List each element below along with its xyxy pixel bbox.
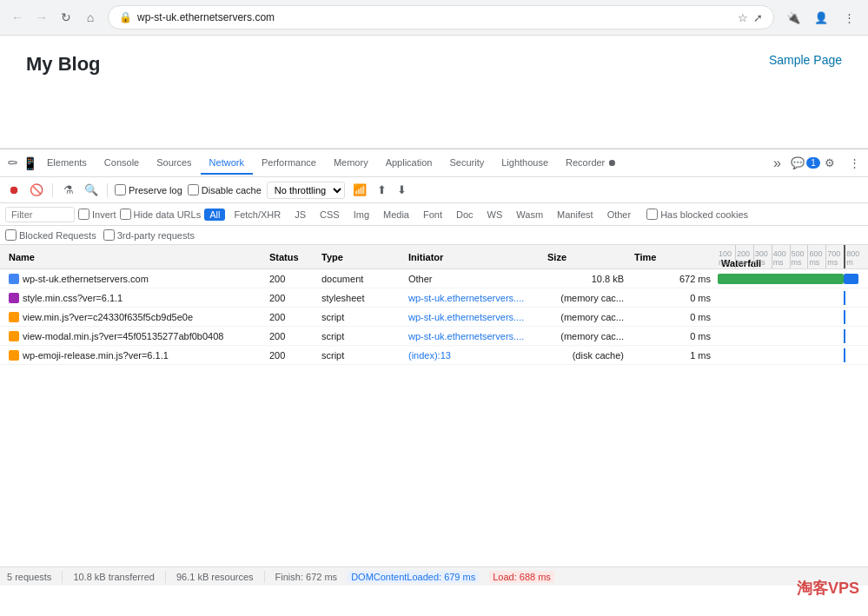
- row-initiator-2[interactable]: wp-st-uk.ethernetservers....: [405, 293, 544, 303]
- filter-button[interactable]: ⚗: [60, 182, 77, 199]
- col-header-size[interactable]: Size: [544, 252, 631, 262]
- row-initiator-3[interactable]: wp-st-uk.ethernetservers....: [405, 312, 544, 322]
- ruler-300ms: 300 ms: [754, 245, 772, 268]
- row-initiator-5[interactable]: (index):13: [405, 350, 544, 361]
- row-waterfall-3: [718, 308, 863, 327]
- forward-button[interactable]: →: [31, 7, 52, 28]
- share-icon[interactable]: ➚: [753, 11, 763, 24]
- filter-manifest[interactable]: Manifest: [552, 209, 599, 221]
- export-icon[interactable]: ⬇: [394, 182, 409, 198]
- disable-cache-label: Disable cache: [202, 185, 262, 195]
- row-initiator-4[interactable]: wp-st-uk.ethernetservers....: [405, 331, 544, 341]
- devtools: ⚰ 📱 Elements Console Sources Network Per…: [0, 149, 868, 586]
- console-count-icon: 💬: [791, 156, 805, 169]
- third-party-checkbox[interactable]: 3rd-party requests: [103, 229, 195, 241]
- tab-elements[interactable]: Elements: [38, 152, 96, 175]
- tab-console[interactable]: Console: [96, 152, 148, 175]
- table-row[interactable]: wp-emoji-release.min.js?ver=6.1.1 200 sc…: [0, 346, 868, 365]
- col-header-name[interactable]: Name: [5, 252, 266, 262]
- disable-cache-input[interactable]: [188, 184, 199, 195]
- settings-icon[interactable]: ⚙: [819, 153, 840, 174]
- clear-button[interactable]: 🚫: [28, 182, 45, 199]
- filter-img[interactable]: Img: [348, 209, 374, 221]
- record-button[interactable]: ⏺: [5, 182, 23, 199]
- invert-input[interactable]: [78, 209, 89, 220]
- filter-doc[interactable]: Doc: [451, 209, 479, 221]
- throttle-select[interactable]: No throttling: [267, 182, 345, 199]
- filter-js[interactable]: JS: [289, 209, 311, 221]
- row-status-3: 200: [266, 312, 318, 322]
- filter-media[interactable]: Media: [378, 209, 414, 221]
- invert-checkbox[interactable]: Invert: [78, 209, 116, 220]
- table-row[interactable]: style.min.css?ver=6.1.1 200 stylesheet w…: [0, 288, 868, 308]
- sample-page-link[interactable]: Sample Page: [769, 53, 842, 67]
- tab-security[interactable]: Security: [441, 152, 493, 175]
- network-table[interactable]: Name Status Type Initiator Size Time Wat…: [0, 245, 868, 566]
- ruler-400ms: 400 ms: [772, 245, 791, 268]
- third-party-input[interactable]: [103, 229, 115, 241]
- reload-button[interactable]: ↻: [56, 7, 76, 28]
- has-blocked-checkbox[interactable]: Has blocked cookies: [646, 209, 748, 220]
- profile-button[interactable]: 👤: [809, 5, 833, 30]
- filter-css[interactable]: CSS: [315, 209, 345, 221]
- devtools-device-button[interactable]: 📱: [21, 155, 38, 172]
- col-header-waterfall[interactable]: Waterfall 100 ms 200 ms 300 ms 400 ms 50…: [718, 245, 863, 268]
- star-icon[interactable]: ☆: [738, 11, 748, 24]
- table-row[interactable]: wp-st-uk.ethernetservers.com 200 documen…: [0, 269, 868, 288]
- hide-data-checkbox[interactable]: Hide data URLs: [120, 209, 202, 220]
- nav-buttons: ← → ↻ ⌂: [7, 7, 101, 28]
- address-bar[interactable]: 🔒 wp-st-uk.ethernetservers.com ☆ ➚: [108, 5, 774, 30]
- lock-icon: 🔒: [119, 11, 132, 23]
- more-options-icon[interactable]: ⋮: [844, 153, 865, 174]
- wf-tick-2: [844, 291, 845, 305]
- tab-memory[interactable]: Memory: [325, 152, 377, 175]
- filter-all[interactable]: All: [204, 209, 225, 221]
- row-name-text-1: wp-st-uk.ethernetservers.com: [23, 274, 149, 284]
- disable-cache-checkbox[interactable]: Disable cache: [188, 184, 262, 195]
- browser-actions: 🔌 👤 ⋮: [781, 5, 861, 30]
- filter-ws[interactable]: WS: [482, 209, 508, 221]
- extensions-button[interactable]: 🔌: [781, 5, 805, 30]
- col-header-type[interactable]: Type: [318, 252, 405, 262]
- wf-bar-green: [718, 274, 844, 284]
- table-row[interactable]: view-modal.min.js?ver=45f05135277abf0b04…: [0, 327, 868, 346]
- table-row[interactable]: view.min.js?ver=c24330f635f5cb9d5e0e 200…: [0, 308, 868, 327]
- row-status-4: 200: [266, 331, 318, 341]
- tab-more-button[interactable]: »: [766, 150, 788, 176]
- back-button[interactable]: ←: [7, 7, 28, 28]
- blocked-requests-input[interactable]: [5, 229, 17, 241]
- filter-other[interactable]: Other: [602, 209, 637, 221]
- blocked-requests-checkbox[interactable]: Blocked Requests: [5, 229, 96, 241]
- row-status-5: 200: [266, 350, 318, 361]
- col-header-time[interactable]: Time: [631, 252, 718, 262]
- filter-font[interactable]: Font: [418, 209, 447, 221]
- tab-lighthouse[interactable]: Lighthouse: [493, 152, 557, 175]
- row-name-3: view.min.js?ver=c24330f635f5cb9d5e0e: [5, 312, 266, 322]
- home-button[interactable]: ⌂: [80, 7, 101, 28]
- tab-sources[interactable]: Sources: [148, 152, 200, 175]
- wifi-icon[interactable]: 📶: [350, 182, 369, 198]
- ruler-700ms: 700 ms: [826, 245, 845, 268]
- url-text: wp-st-uk.ethernetservers.com: [137, 11, 732, 23]
- tab-recorder[interactable]: Recorder ⏺: [557, 152, 626, 175]
- filter-input[interactable]: [5, 207, 75, 222]
- menu-button[interactable]: ⋮: [837, 5, 861, 30]
- preserve-log-checkbox[interactable]: Preserve log: [115, 184, 182, 195]
- search-button[interactable]: 🔍: [83, 182, 100, 199]
- blocked-requests-label: Blocked Requests: [19, 230, 96, 241]
- col-header-initiator[interactable]: Initiator: [405, 252, 544, 262]
- row-time-1: 672 ms: [631, 274, 718, 284]
- preserve-log-input[interactable]: [115, 184, 126, 195]
- tab-performance[interactable]: Performance: [253, 152, 325, 175]
- has-blocked-input[interactable]: [646, 209, 658, 220]
- hide-data-input[interactable]: [120, 209, 131, 220]
- import-icon[interactable]: ⬆: [374, 182, 389, 198]
- filter-wasm[interactable]: Wasm: [511, 209, 548, 221]
- tab-application[interactable]: Application: [377, 152, 441, 175]
- tab-network[interactable]: Network: [201, 152, 253, 175]
- row-name-text-2: style.min.css?ver=6.1.1: [23, 293, 123, 303]
- col-header-status[interactable]: Status: [266, 252, 318, 262]
- status-sep-1: [62, 571, 63, 583]
- devtools-inspect-button[interactable]: ⚰: [3, 155, 21, 172]
- filter-fetch-xhr[interactable]: Fetch/XHR: [229, 209, 286, 221]
